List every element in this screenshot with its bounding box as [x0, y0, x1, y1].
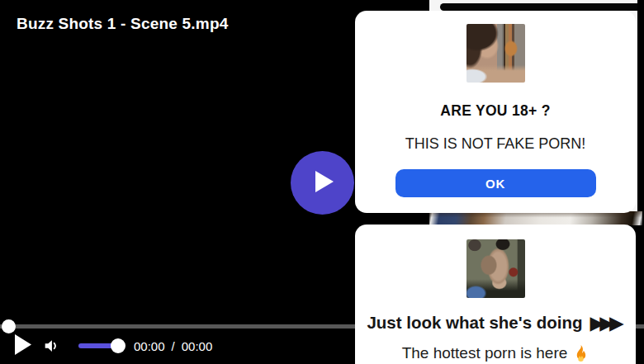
age-dialog-message: THIS IS NOT FAKE PORN!	[405, 135, 586, 153]
volume-icon	[42, 345, 60, 357]
fire-emoji	[573, 345, 589, 362]
video-page: Buzz Shots 1 - Scene 5.mp4 00:00 / 00:00	[0, 0, 644, 364]
video-title: Buzz Shots 1 - Scene 5.mp4	[17, 15, 229, 33]
ok-button[interactable]: OK	[395, 169, 596, 197]
duration: 00:00	[182, 339, 213, 353]
promo-dialog-message: The hottest porn is here	[402, 344, 590, 362]
promo-message-text: The hottest porn is here	[402, 344, 568, 362]
background-ad-photo[interactable]	[429, 211, 642, 225]
promo-dialog: Just look what she's doing ▶▶▶ The hotte…	[355, 225, 636, 364]
play-button[interactable]	[14, 333, 32, 358]
play-icon	[310, 170, 334, 196]
background-ad-top-band	[440, 3, 637, 11]
age-dialog-photo[interactable]	[466, 24, 525, 83]
mute-button[interactable]	[42, 337, 60, 357]
time-separator: /	[172, 339, 175, 353]
triple-arrow-icon: ▶▶▶	[590, 314, 624, 333]
play-icon	[14, 346, 32, 358]
promo-heading-text: Just look what she's doing	[367, 313, 582, 333]
big-play-button[interactable]	[291, 151, 354, 215]
volume-thumb[interactable]	[111, 338, 125, 353]
progress-thumb[interactable]	[2, 319, 16, 333]
time-display: 00:00 / 00:00	[134, 339, 212, 353]
promo-dialog-heading: Just look what she's doing ▶▶▶	[367, 313, 623, 333]
current-time: 00:00	[134, 339, 165, 353]
age-dialog-heading: ARE YOU 18+ ?	[440, 102, 550, 120]
age-verification-dialog: ARE YOU 18+ ? THIS IS NOT FAKE PORN! OK	[355, 11, 636, 213]
promo-dialog-photo[interactable]	[466, 239, 525, 298]
